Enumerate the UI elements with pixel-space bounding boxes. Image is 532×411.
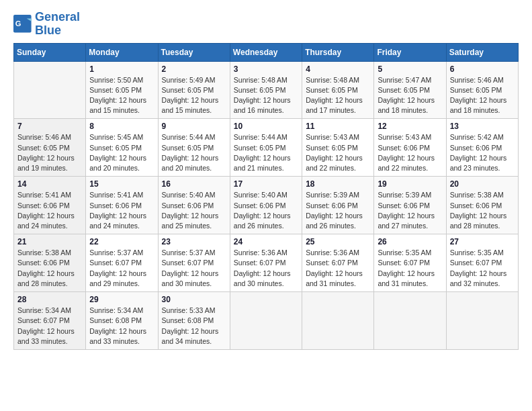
day-cell: 15Sunrise: 5:41 AM Sunset: 6:06 PM Dayli… [86, 177, 158, 234]
header-cell-thursday: Thursday [302, 43, 374, 61]
day-cell [230, 292, 302, 350]
logo-text-line1: General [35, 11, 80, 24]
day-cell: 16Sunrise: 5:40 AM Sunset: 6:06 PM Dayli… [158, 177, 230, 234]
day-cell: 5Sunrise: 5:47 AM Sunset: 6:05 PM Daylig… [374, 61, 446, 119]
day-number: 19 [378, 179, 442, 189]
day-cell: 8Sunrise: 5:45 AM Sunset: 6:05 PM Daylig… [86, 119, 158, 177]
day-cell: 19Sunrise: 5:39 AM Sunset: 6:06 PM Dayli… [374, 177, 446, 234]
day-detail: Sunrise: 5:33 AM Sunset: 6:08 PM Dayligh… [162, 306, 226, 347]
day-cell: 14Sunrise: 5:41 AM Sunset: 6:06 PM Dayli… [14, 177, 86, 234]
day-number: 28 [17, 295, 82, 304]
header-cell-monday: Monday [86, 43, 158, 61]
day-detail: Sunrise: 5:47 AM Sunset: 6:05 PM Dayligh… [378, 75, 442, 116]
day-number: 8 [89, 122, 154, 131]
day-number: 27 [450, 237, 515, 246]
week-row-4: 21Sunrise: 5:38 AM Sunset: 6:06 PM Dayli… [14, 234, 519, 292]
day-cell: 25Sunrise: 5:36 AM Sunset: 6:07 PM Dayli… [302, 234, 374, 292]
day-detail: Sunrise: 5:36 AM Sunset: 6:07 PM Dayligh… [234, 248, 298, 289]
page-header: G General Blue [13, 11, 519, 38]
day-cell: 1Sunrise: 5:50 AM Sunset: 6:05 PM Daylig… [86, 61, 158, 119]
day-cell: 27Sunrise: 5:35 AM Sunset: 6:07 PM Dayli… [446, 234, 518, 292]
day-cell: 24Sunrise: 5:36 AM Sunset: 6:07 PM Dayli… [230, 234, 302, 292]
day-detail: Sunrise: 5:48 AM Sunset: 6:05 PM Dayligh… [234, 75, 298, 116]
header-cell-sunday: Sunday [14, 43, 86, 61]
logo-icon: G [13, 15, 32, 34]
week-row-3: 14Sunrise: 5:41 AM Sunset: 6:06 PM Dayli… [14, 177, 519, 234]
day-cell: 12Sunrise: 5:43 AM Sunset: 6:06 PM Dayli… [374, 119, 446, 177]
day-detail: Sunrise: 5:34 AM Sunset: 6:08 PM Dayligh… [89, 306, 154, 347]
day-number: 15 [89, 179, 154, 189]
day-number: 12 [378, 122, 442, 131]
day-detail: Sunrise: 5:34 AM Sunset: 6:07 PM Dayligh… [17, 306, 82, 347]
day-cell: 21Sunrise: 5:38 AM Sunset: 6:06 PM Dayli… [14, 234, 86, 292]
week-row-1: 1Sunrise: 5:50 AM Sunset: 6:05 PM Daylig… [14, 61, 519, 119]
calendar-header: SundayMondayTuesdayWednesdayThursdayFrid… [14, 43, 519, 61]
day-detail: Sunrise: 5:38 AM Sunset: 6:06 PM Dayligh… [17, 248, 82, 289]
day-detail: Sunrise: 5:38 AM Sunset: 6:06 PM Dayligh… [450, 190, 515, 231]
day-detail: Sunrise: 5:40 AM Sunset: 6:06 PM Dayligh… [162, 190, 226, 231]
day-cell: 6Sunrise: 5:46 AM Sunset: 6:05 PM Daylig… [446, 61, 518, 119]
day-detail: Sunrise: 5:35 AM Sunset: 6:07 PM Dayligh… [450, 248, 515, 289]
day-number: 5 [378, 64, 442, 74]
day-cell: 23Sunrise: 5:37 AM Sunset: 6:07 PM Dayli… [158, 234, 230, 292]
day-number: 7 [17, 122, 82, 131]
day-number: 11 [306, 122, 370, 131]
day-cell: 17Sunrise: 5:40 AM Sunset: 6:06 PM Dayli… [230, 177, 302, 234]
header-row: SundayMondayTuesdayWednesdayThursdayFrid… [14, 43, 519, 61]
day-detail: Sunrise: 5:43 AM Sunset: 6:06 PM Dayligh… [378, 132, 442, 173]
day-number: 13 [450, 122, 515, 131]
day-cell [446, 292, 518, 350]
day-number: 24 [234, 237, 298, 246]
day-detail: Sunrise: 5:44 AM Sunset: 6:05 PM Dayligh… [162, 132, 226, 173]
day-cell: 20Sunrise: 5:38 AM Sunset: 6:06 PM Dayli… [446, 177, 518, 234]
day-cell: 22Sunrise: 5:37 AM Sunset: 6:07 PM Dayli… [86, 234, 158, 292]
day-detail: Sunrise: 5:37 AM Sunset: 6:07 PM Dayligh… [89, 248, 154, 289]
day-number: 4 [306, 64, 370, 74]
day-cell: 4Sunrise: 5:48 AM Sunset: 6:05 PM Daylig… [302, 61, 374, 119]
day-cell: 29Sunrise: 5:34 AM Sunset: 6:08 PM Dayli… [86, 292, 158, 350]
day-detail: Sunrise: 5:39 AM Sunset: 6:06 PM Dayligh… [378, 190, 442, 231]
day-detail: Sunrise: 5:46 AM Sunset: 6:05 PM Dayligh… [450, 75, 515, 116]
day-number: 3 [234, 64, 298, 74]
header-cell-saturday: Saturday [446, 43, 518, 61]
day-cell: 3Sunrise: 5:48 AM Sunset: 6:05 PM Daylig… [230, 61, 302, 119]
day-number: 30 [162, 295, 226, 304]
day-number: 10 [234, 122, 298, 131]
day-number: 17 [234, 179, 298, 189]
day-number: 20 [450, 179, 515, 189]
day-cell: 10Sunrise: 5:44 AM Sunset: 6:05 PM Dayli… [230, 119, 302, 177]
day-number: 22 [89, 237, 154, 246]
day-detail: Sunrise: 5:44 AM Sunset: 6:05 PM Dayligh… [234, 132, 298, 173]
day-number: 1 [89, 64, 154, 74]
day-detail: Sunrise: 5:43 AM Sunset: 6:05 PM Dayligh… [306, 132, 370, 173]
calendar-body: 1Sunrise: 5:50 AM Sunset: 6:05 PM Daylig… [14, 61, 519, 349]
day-cell [374, 292, 446, 350]
day-detail: Sunrise: 5:50 AM Sunset: 6:05 PM Dayligh… [89, 75, 154, 116]
calendar-table: SundayMondayTuesdayWednesdayThursdayFrid… [13, 43, 519, 350]
day-detail: Sunrise: 5:41 AM Sunset: 6:06 PM Dayligh… [17, 190, 82, 231]
day-number: 29 [89, 295, 154, 304]
day-cell: 26Sunrise: 5:35 AM Sunset: 6:07 PM Dayli… [374, 234, 446, 292]
day-detail: Sunrise: 5:48 AM Sunset: 6:05 PM Dayligh… [306, 75, 370, 116]
day-cell: 13Sunrise: 5:42 AM Sunset: 6:06 PM Dayli… [446, 119, 518, 177]
day-cell: 2Sunrise: 5:49 AM Sunset: 6:05 PM Daylig… [158, 61, 230, 119]
day-cell: 7Sunrise: 5:46 AM Sunset: 6:05 PM Daylig… [14, 119, 86, 177]
day-cell [14, 61, 86, 119]
day-number: 14 [17, 179, 82, 189]
day-cell: 18Sunrise: 5:39 AM Sunset: 6:06 PM Dayli… [302, 177, 374, 234]
day-number: 6 [450, 64, 515, 74]
day-number: 9 [162, 122, 226, 131]
week-row-2: 7Sunrise: 5:46 AM Sunset: 6:05 PM Daylig… [14, 119, 519, 177]
week-row-5: 28Sunrise: 5:34 AM Sunset: 6:07 PM Dayli… [14, 292, 519, 350]
logo: G General Blue [13, 11, 80, 38]
svg-text:G: G [15, 19, 21, 28]
header-cell-wednesday: Wednesday [230, 43, 302, 61]
header-cell-friday: Friday [374, 43, 446, 61]
day-detail: Sunrise: 5:40 AM Sunset: 6:06 PM Dayligh… [234, 190, 298, 231]
day-cell: 11Sunrise: 5:43 AM Sunset: 6:05 PM Dayli… [302, 119, 374, 177]
day-cell: 30Sunrise: 5:33 AM Sunset: 6:08 PM Dayli… [158, 292, 230, 350]
day-detail: Sunrise: 5:45 AM Sunset: 6:05 PM Dayligh… [89, 132, 154, 173]
day-detail: Sunrise: 5:39 AM Sunset: 6:06 PM Dayligh… [306, 190, 370, 231]
day-number: 26 [378, 237, 442, 246]
day-cell: 9Sunrise: 5:44 AM Sunset: 6:05 PM Daylig… [158, 119, 230, 177]
